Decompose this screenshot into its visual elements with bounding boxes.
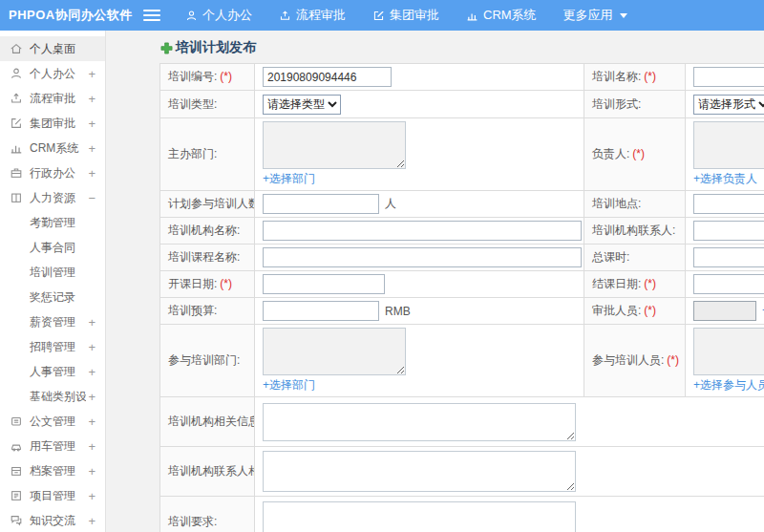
sidebar-item-workflow-approval[interactable]: 流程审批 + [0,86,105,111]
label-join-departments: 参与培训部门: [160,325,255,397]
label-training-type: 培训类型: [160,91,255,118]
caret-down-icon [620,13,627,18]
page-title: 培训计划发布 [160,39,764,56]
location-input[interactable] [693,194,764,214]
sidebar-item-attendance-mgmt[interactable]: 考勤管理 [0,210,105,235]
sidebar-item-project-mgmt[interactable]: 项目管理 + [0,483,105,508]
approver-input[interactable] [693,301,756,321]
org-contact-info-textarea[interactable] [263,451,576,492]
user-icon [185,10,198,22]
sidebar-item-hr-contract[interactable]: 人事合同 [0,235,105,260]
sidebar-item-salary-mgmt[interactable]: 薪资管理 + [0,309,105,334]
label-org-info: 培训机构相关信息: [160,397,255,447]
edit-icon [372,10,385,22]
join-people-textarea[interactable] [693,328,764,375]
upload-icon [10,92,23,105]
book-icon [10,191,23,204]
unit-person: 人 [385,196,396,212]
label-budget: 培训预算: [160,298,255,325]
sidebar-item-group-approval[interactable]: 集团审批 + [0,111,105,136]
upload-icon [279,10,291,22]
sidebar-item-vehicle-mgmt[interactable]: 用车管理 + [0,434,105,458]
project-icon [10,489,23,502]
start-date-input[interactable] [263,274,385,294]
sidebar-item-base-category-settings[interactable]: 基础类别设置 + [0,384,105,409]
label-training-code: 培训编号:(*) [160,64,255,91]
label-leader: 负责人:(*) [584,118,686,191]
sidebar-item-reward-punish-records[interactable]: 奖惩记录 [0,285,105,309]
bar-chart-icon [466,10,478,22]
sidebar-item-knowledge-exchange[interactable]: 知识交流 + [0,508,105,532]
requirements-textarea[interactable] [263,501,576,532]
org-name-input[interactable] [263,221,582,241]
label-org-name: 培训机构名称: [160,218,255,245]
sidebar-item-human-resources[interactable]: 人力资源 − [0,185,105,210]
top-bar: PHPOA协同办公软件 个人办公 流程审批 集团审批 CRM系统 更多应用 [0,0,764,31]
label-host-department: 主办部门: [160,118,255,191]
label-end-date: 结课日期:(*) [584,271,686,298]
org-contact-input[interactable] [693,221,764,241]
sidebar-item-admin-office[interactable]: 行政办公 + [0,160,105,185]
label-total-hours: 总课时: [584,245,686,271]
label-location: 培训地点: [584,191,686,218]
sidebar-item-personal-office[interactable]: 个人办公 + [0,61,105,86]
sidebar-item-archive-mgmt[interactable]: 档案管理 + [0,458,105,483]
training-type-select[interactable]: 请选择类型 [263,95,341,115]
hamburger-menu-icon[interactable] [143,7,160,24]
end-date-input[interactable] [693,274,764,294]
top-nav-crm-system[interactable]: CRM系统 [466,7,537,24]
bar-chart-icon [10,141,23,155]
car-icon [10,439,23,453]
top-nav-workflow-approval[interactable]: 流程审批 [279,7,346,24]
top-nav-more-apps[interactable]: 更多应用 [563,7,627,24]
document-icon [10,415,23,428]
label-start-date: 开课日期:(*) [160,271,255,298]
label-training-name: 培训名称:(*) [584,64,686,91]
training-name-input[interactable] [693,67,764,87]
label-course-name: 培训课程名称: [160,245,255,271]
edit-icon [10,117,23,130]
sidebar-item-personal-desktop[interactable]: 个人桌面 [0,36,105,61]
org-info-textarea[interactable] [263,403,576,441]
sidebar-item-training-mgmt[interactable]: 培训管理 [0,260,105,285]
training-plan-form: 培训编号:(*) 培训名称:(*) 培训类型: 请选择类型 培训形式: 请选择形… [159,63,764,532]
leader-textarea[interactable] [693,121,764,169]
user-icon [10,67,23,80]
label-training-mode: 培训形式: [584,91,686,118]
sidebar-item-crm-system[interactable]: CRM系统 + [0,136,105,160]
label-requirements: 培训要求: [160,497,255,532]
total-hours-input[interactable] [693,247,764,267]
sidebar: 个人桌面 个人办公 + 流程审批 + 集团审批 + CRM系统 + 行政办公 + [0,31,106,532]
budget-input[interactable] [263,301,379,321]
plus-icon [160,42,173,54]
sidebar-item-recruitment-mgmt[interactable]: 招聘管理 + [0,334,105,359]
label-planned-count: 计划参与培训人数:(*) [160,191,255,218]
select-leader-link[interactable]: +选择负责人 [693,172,757,185]
top-nav-personal-office[interactable]: 个人办公 [185,7,252,24]
label-join-people: 参与培训人员:(*) [584,325,686,397]
join-departments-textarea[interactable] [263,328,406,375]
main-content: 培训计划发布 培训编号:(*) 培训名称:(*) 培训类型: 请选择类型 培训形… [106,31,764,532]
label-org-contact-info: 培训机构联系人相关信息: [160,447,255,497]
host-department-textarea[interactable] [263,121,406,169]
top-nav-group-approval[interactable]: 集团审批 [372,7,439,24]
app-logo: PHPOA协同办公软件 [0,7,143,24]
briefcase-icon [10,166,23,180]
planned-count-input[interactable] [263,194,379,214]
sidebar-item-document-mgmt[interactable]: 公文管理 + [0,409,105,434]
home-icon [10,42,23,55]
label-approver: 审批人员:(*) [584,298,686,325]
label-org-contact: 培训机构联系人: [584,218,686,245]
archive-icon [10,464,23,478]
course-name-input[interactable] [263,247,582,267]
top-nav: 个人办公 流程审批 集团审批 CRM系统 更多应用 [185,7,627,24]
chat-icon [10,514,23,527]
unit-rmb: RMB [385,305,411,318]
sidebar-item-personnel-mgmt[interactable]: 人事管理 + [0,359,105,384]
training-code-input[interactable] [263,67,392,87]
select-department-link[interactable]: +选择部门 [263,172,315,185]
training-mode-select[interactable]: 请选择形式 [693,95,764,115]
select-join-people-link[interactable]: +选择参与人员 [693,378,764,392]
select-join-departments-link[interactable]: +选择部门 [263,378,315,392]
